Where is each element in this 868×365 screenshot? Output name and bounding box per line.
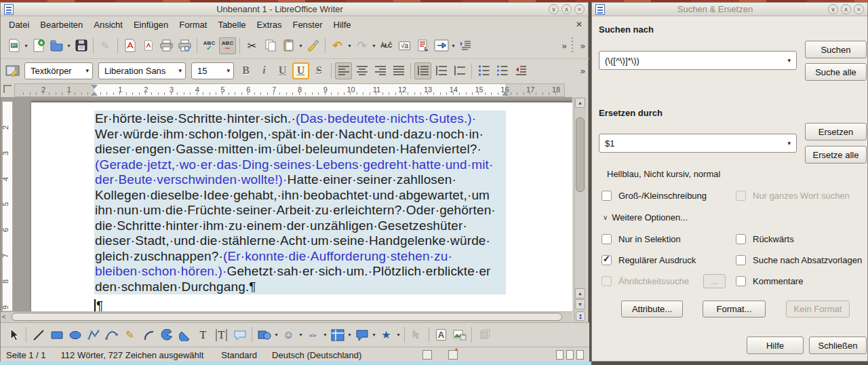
line-spacing-2-button[interactable] xyxy=(451,62,468,79)
document-text-line[interactable]: dieser·Stadt,·und·die·stählerne·Acht·um·… xyxy=(95,233,506,249)
vertical-ruler[interactable]: 23456789 xyxy=(2,101,13,311)
align-justify-button[interactable] xyxy=(390,62,407,79)
status-page[interactable]: Seite 1 / 1 xyxy=(6,350,46,360)
undo-dropdown[interactable]: ▾ xyxy=(347,43,353,49)
stars-dropdown[interactable]: ▾ xyxy=(395,332,401,338)
single-page-view-icon[interactable] xyxy=(556,350,564,360)
book-view-icon[interactable] xyxy=(576,350,584,360)
bold-button[interactable]: B xyxy=(237,62,254,79)
symbol-shapes-button[interactable]: ☺ xyxy=(280,326,297,343)
status-word-count[interactable]: 112 Wörter, 727 Zeichen ausgewählt xyxy=(61,350,204,360)
line-spacing-15-button[interactable] xyxy=(433,62,450,79)
menu-fenster[interactable]: Fenster xyxy=(287,18,328,31)
line-tool-button[interactable] xyxy=(30,326,47,343)
previous-page-button[interactable]: ▲ ▲ xyxy=(576,311,585,321)
formatting-marks-button[interactable] xyxy=(457,37,474,54)
multi-page-view-icon[interactable] xyxy=(566,350,574,360)
document-text-line[interactable]: die·Schritte·hinter·ihm·zu·einem·der·unz… xyxy=(95,218,506,234)
document-text-line[interactable]: gleich·zuschnappen?·(Er·konnte·die·Auffo… xyxy=(95,249,506,265)
search-all-button[interactable]: Suche alle xyxy=(805,63,867,81)
stars-button[interactable]: ★ xyxy=(378,326,395,343)
open-dropdown[interactable]: ▾ xyxy=(66,43,72,49)
similarity-search-checkbox[interactable]: Ähnlichkeitssuche xyxy=(601,276,689,286)
first-line-indent-marker[interactable] xyxy=(91,85,98,89)
toolbar-overflow-button[interactable]: » xyxy=(580,66,585,76)
font-name-select[interactable]: Liberation Sans▾ xyxy=(98,62,186,79)
underline-active-button[interactable]: U xyxy=(292,62,309,79)
document-text-line[interactable]: den·schmalen·Durchgang.¶ xyxy=(95,280,506,295)
scroll-down-button[interactable]: ▼ xyxy=(575,299,585,309)
menu-tabelle[interactable]: Tabelle xyxy=(212,18,251,31)
scroll-up-button[interactable]: ▲ xyxy=(575,98,585,108)
circle-segment-tool-button[interactable] xyxy=(176,326,193,343)
toolbar-drag-handle[interactable] xyxy=(571,37,574,54)
document-text-line[interactable]: Wer·würde·ihm·schon·folgen,·spät·in·der·… xyxy=(95,127,506,142)
match-case-checkbox[interactable]: Groß-/Kleinschreibung xyxy=(601,191,707,201)
document-text-line[interactable]: ihn·nun·um·die·Früchte·seiner·Arbeit·zu·… xyxy=(95,203,506,218)
close-document-icon[interactable]: ✕ xyxy=(576,20,583,29)
horizontal-scrollbar[interactable]: < xyxy=(1,311,572,322)
menu-extras[interactable]: Extras xyxy=(252,18,288,31)
dialog-minimize-button[interactable]: ∨ xyxy=(828,4,838,14)
circle-pie-tool-button[interactable] xyxy=(158,326,175,343)
replace-all-button[interactable]: Ersetze alle xyxy=(805,146,867,164)
callouts-button[interactable] xyxy=(353,326,370,343)
selection-mode-icon[interactable] xyxy=(422,350,432,360)
replace-button[interactable]: Ersetzen xyxy=(805,123,867,140)
special-character-button[interactable]: ÅŁČ xyxy=(378,37,395,54)
status-page-style[interactable]: Standard xyxy=(221,350,257,360)
maximize-button[interactable]: ∧ xyxy=(561,4,572,14)
sidebar-toggle-button[interactable] xyxy=(4,62,21,79)
insert-formula-button[interactable]: √a xyxy=(396,37,413,54)
search-input[interactable]: (\([^\)]*\)) ▾ xyxy=(599,51,797,70)
similarity-settings-button[interactable]: ... xyxy=(703,274,726,288)
cursor-line[interactable]: ¶ xyxy=(94,299,103,311)
attributes-button[interactable]: Attribute... xyxy=(621,301,683,318)
dialog-close-button[interactable]: × xyxy=(854,4,864,14)
insert-image-button[interactable] xyxy=(451,326,468,343)
toolbar-overflow-button[interactable]: » xyxy=(562,41,567,51)
minimize-button[interactable]: ∨ xyxy=(549,4,559,14)
strikethrough-button[interactable]: S xyxy=(311,62,328,79)
menu-datei[interactable]: Datei xyxy=(3,18,35,31)
paste-button[interactable] xyxy=(280,37,297,54)
select-tool-button[interactable] xyxy=(5,326,22,343)
document-text-line[interactable]: bleiben·schon·hören.)·Gehetzt·sah·er·sic… xyxy=(95,264,506,280)
edit-points-button[interactable] xyxy=(408,326,425,343)
paragraph-styles-checkbox[interactable]: Suche nach Absatzvorlagen xyxy=(736,255,862,265)
close-dialog-button[interactable]: Schließen xyxy=(809,337,867,354)
redo-button[interactable]: ↷ xyxy=(353,37,370,54)
navigator-button[interactable] xyxy=(433,37,450,54)
callouts-dropdown[interactable]: ▾ xyxy=(371,332,377,338)
menu-ansicht[interactable]: Ansicht xyxy=(88,18,128,31)
left-indent-marker[interactable] xyxy=(91,92,98,96)
print-button[interactable] xyxy=(158,37,175,54)
navigator-dropdown[interactable]: ▾ xyxy=(450,43,456,49)
scroll-left-icon[interactable]: < xyxy=(2,313,5,320)
redo-dropdown[interactable]: ▾ xyxy=(371,43,377,49)
menu-format[interactable]: Format xyxy=(174,18,212,31)
save-button[interactable] xyxy=(73,37,90,54)
cut-button[interactable]: ✂ xyxy=(243,37,260,54)
document-page[interactable]: Er·hörte·leise·Schritte·hinter·sich.·(Da… xyxy=(31,102,572,311)
fontwork-button[interactable]: A xyxy=(433,326,450,343)
symbol-shapes-dropdown[interactable]: ▾ xyxy=(298,332,304,338)
font-size-select[interactable]: 15▾ xyxy=(191,62,234,79)
block-arrows-button[interactable]: ⇔ xyxy=(304,326,321,343)
arc-tool-button[interactable] xyxy=(140,326,157,343)
document-text-line[interactable]: Er·hörte·leise·Schritte·hinter·sich.·(Da… xyxy=(95,111,506,127)
no-format-button[interactable]: Kein Format xyxy=(786,301,850,318)
search-button[interactable]: Suchen xyxy=(805,41,867,58)
rectangle-tool-button[interactable] xyxy=(48,326,65,343)
document-text-line[interactable]: Kollegen·dieselbe·Idee·gehabt,·ihn·beoba… xyxy=(95,188,506,204)
decrease-indent-button[interactable] xyxy=(512,62,529,79)
selected-paragraph[interactable]: Er·hörte·leise·Schritte·hinter·sich.·(Da… xyxy=(94,111,506,294)
menu-einfuegen[interactable]: Einfügen xyxy=(128,18,174,31)
horizontal-scroll-thumb[interactable] xyxy=(12,313,562,321)
comments-checkbox[interactable]: Kommentare xyxy=(736,276,803,286)
align-center-button[interactable] xyxy=(353,62,370,79)
new-document-dropdown[interactable]: ▾ xyxy=(23,43,29,49)
format-button[interactable]: Format... xyxy=(703,301,766,318)
flowchart-button[interactable] xyxy=(329,326,346,343)
right-indent-marker[interactable] xyxy=(502,92,509,96)
